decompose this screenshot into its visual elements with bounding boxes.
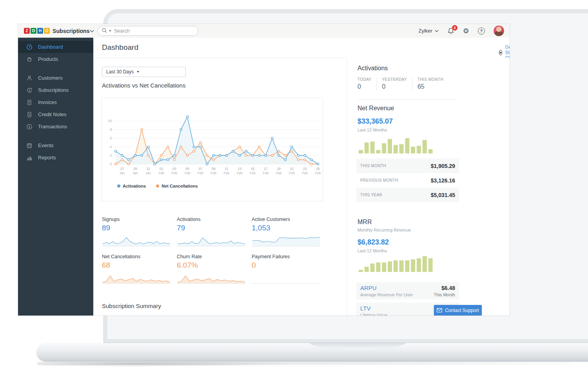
net-revenue-amount: $33,365.07 xyxy=(358,117,393,126)
activations-yesterday: YESTERDAY 0 xyxy=(382,77,412,90)
svg-text:Feb: Feb xyxy=(198,171,203,175)
svg-text:Jan: Jan xyxy=(120,171,125,175)
svg-text:6: 6 xyxy=(110,136,112,140)
svg-text:Feb: Feb xyxy=(224,171,230,175)
activations-sparkline xyxy=(177,235,246,247)
settings-button[interactable]: ⚙ xyxy=(463,27,469,35)
stat-net-cancellations: Net Cancellations 68 xyxy=(102,254,172,284)
activations-vs-cancellations-chart: 024681027Jan29Jan31Jan01Feb03Feb05Feb07F… xyxy=(101,98,323,201)
svg-text:05: 05 xyxy=(185,167,189,171)
customers-icon xyxy=(26,75,33,81)
svg-text:Feb: Feb xyxy=(315,171,321,175)
period-filter-dropdown[interactable]: Last 30 Days xyxy=(102,67,186,77)
svg-text:Jan: Jan xyxy=(145,171,151,175)
legend-item-activations[interactable]: Activations xyxy=(117,184,146,188)
svg-text:Feb: Feb xyxy=(211,171,216,175)
reports-icon xyxy=(26,155,33,161)
mrr-subtitle: Monthly Recurring Revenue xyxy=(358,228,411,232)
svg-text:2: 2 xyxy=(110,153,112,157)
svg-text:10: 10 xyxy=(108,119,112,123)
activations-stats-row: TODAY 0 YESTERDAY 0 THIS MONTH 65 xyxy=(358,77,454,90)
activations-today: TODAY 0 xyxy=(358,77,377,90)
active-customers-sparkline xyxy=(252,235,321,247)
help-icon: ? xyxy=(478,27,485,35)
envelope-icon xyxy=(437,308,442,312)
sidebar-item-label: Invoices xyxy=(38,99,57,105)
stat-activations: Activations 79 xyxy=(177,217,247,247)
svg-text:11: 11 xyxy=(225,167,229,171)
svg-text:Feb: Feb xyxy=(237,171,243,175)
net-revenue-period: Last 12 Months xyxy=(358,128,387,132)
events-icon xyxy=(26,142,33,149)
sidebar-item-label: Events xyxy=(38,142,54,148)
help-button[interactable]: ? xyxy=(478,27,485,35)
mrr-amount: $6,823.82 xyxy=(358,238,389,246)
svg-text:17: 17 xyxy=(264,167,268,171)
zoho-logo-tile: O xyxy=(31,28,36,34)
play-circle-icon: ▶ xyxy=(499,50,502,55)
org-name: Zylker xyxy=(418,28,432,34)
global-search[interactable] xyxy=(98,26,198,36)
net-revenue-breakdown: THIS MONTH $1,905.29 PREVIOUS MONTH $3,1… xyxy=(356,159,459,202)
chart-section-title: Activations vs Net Cancellations xyxy=(102,82,185,89)
sidebar-item-events[interactable]: Events xyxy=(18,139,93,151)
sidebar-item-customers[interactable]: Customers xyxy=(18,72,93,84)
product-name: Subscriptions xyxy=(53,28,90,34)
org-product-switcher[interactable]: ZOHO Subscriptions xyxy=(18,24,93,38)
svg-text:27: 27 xyxy=(120,167,124,171)
search-scope-caret-icon[interactable] xyxy=(109,30,111,32)
svg-text:Feb: Feb xyxy=(250,171,256,175)
sidebar-item-reports[interactable]: Reports xyxy=(18,151,93,164)
svg-text:0: 0 xyxy=(110,162,112,166)
mrr-title: MRR xyxy=(358,219,372,226)
contact-support-button[interactable]: Contact Support xyxy=(434,305,482,316)
search-icon xyxy=(102,28,107,34)
divider xyxy=(358,99,457,100)
top-bar: ZOHO Subscriptions Zylker 3 xyxy=(18,24,510,38)
chevron-down-icon xyxy=(435,30,439,32)
arpu-row: ARPU Average Revenue Per User $6.48 This… xyxy=(356,282,459,299)
net-revenue-row-this-month: THIS MONTH $1,905.29 xyxy=(356,159,459,173)
chart-legend: ActivationsNet Cancellations xyxy=(117,184,198,188)
sidebar-item-invoices[interactable]: Invoices xyxy=(18,96,93,108)
sidebar-item-products[interactable]: Products xyxy=(18,53,93,65)
arpu-link[interactable]: ARPU xyxy=(360,285,413,291)
search-input[interactable] xyxy=(113,28,194,34)
credit-notes-icon: $ xyxy=(26,111,33,118)
ltv-link[interactable]: LTV xyxy=(360,305,387,312)
mrr-bar-chart xyxy=(358,254,434,272)
legend-dot-icon xyxy=(117,184,120,188)
zoho-logo: ZOHO xyxy=(24,28,50,34)
svg-text:21: 21 xyxy=(290,167,294,171)
svg-text:31: 31 xyxy=(146,167,150,171)
arpu-value: $6.48 xyxy=(434,285,455,291)
sidebar-item-label: Reports xyxy=(38,155,56,161)
sidebar-item-subscriptions[interactable]: $Subscriptions xyxy=(18,84,93,96)
svg-text:09: 09 xyxy=(212,167,216,171)
transactions-icon: $ xyxy=(26,124,33,130)
sidebar-item-label: Dashboard xyxy=(38,44,63,50)
user-avatar[interactable] xyxy=(494,26,504,36)
activations-this-month: THIS MONTH 65 xyxy=(417,77,448,90)
sidebar-item-dashboard[interactable]: Dashboard xyxy=(18,41,93,53)
legend-dot-icon xyxy=(156,184,159,188)
notifications-button[interactable]: 3 xyxy=(447,27,454,35)
sidebar-item-transactions[interactable]: $Transactions xyxy=(18,120,93,133)
svg-text:$: $ xyxy=(29,113,31,116)
net-cancellations-sparkline xyxy=(102,272,171,284)
svg-text:Feb: Feb xyxy=(171,171,177,175)
subscriptions-icon: $ xyxy=(26,87,33,93)
svg-text:19: 19 xyxy=(277,167,281,171)
subscription-summary-title: Subscription Summary xyxy=(102,303,161,309)
top-bar-actions: Zylker 3 ⚙ ? xyxy=(418,26,510,36)
org-dropdown[interactable]: Zylker xyxy=(418,28,438,34)
churn-rate-sparkline xyxy=(177,272,246,284)
signups-sparkline xyxy=(102,235,171,247)
payment-failures-sparkline xyxy=(252,272,321,284)
legend-item-net-cancellations[interactable]: Net Cancellations xyxy=(156,184,198,188)
svg-text:15: 15 xyxy=(251,167,255,171)
stat-signups: Signups 89 xyxy=(102,217,172,247)
svg-text:Feb: Feb xyxy=(289,171,295,175)
sidebar-item-credit-notes[interactable]: $Credit Notes xyxy=(18,108,93,120)
svg-text:Jan: Jan xyxy=(132,171,138,175)
